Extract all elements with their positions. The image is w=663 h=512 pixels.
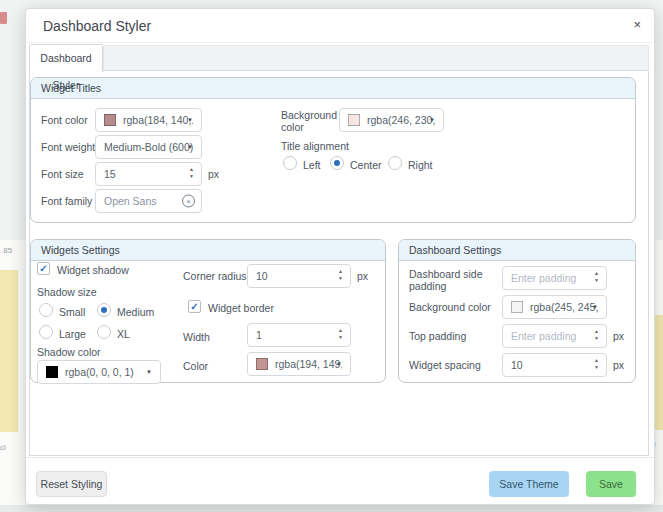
font-family-value: Open Sans xyxy=(104,195,157,207)
page-background-bottom xyxy=(0,505,663,512)
corner-radius-value: 10 xyxy=(256,270,268,282)
shadow-small-label: Small xyxy=(59,306,85,318)
step-up-icon[interactable]: ▲ xyxy=(592,270,601,277)
shadow-large-label: Large xyxy=(59,328,86,340)
dashboard-styler-dialog: Dashboard Styler × Dashboard Styler Widg… xyxy=(25,8,655,505)
corner-radius-input[interactable]: 10 ▲▼ xyxy=(247,264,351,288)
alignment-left-radio[interactable] xyxy=(283,156,297,170)
font-size-label: Font size xyxy=(41,168,84,180)
step-up-icon[interactable]: ▲ xyxy=(187,166,196,173)
save-theme-button[interactable]: Save Theme xyxy=(489,471,569,497)
alignment-left-label: Left xyxy=(303,159,321,171)
font-size-stepper[interactable]: ▲▼ xyxy=(187,166,196,180)
corner-radius-label: Corner radius xyxy=(183,270,247,282)
shadow-xl-label: XL xyxy=(117,328,130,340)
font-size-unit: px xyxy=(208,168,219,180)
font-weight-value: Medium-Bold (600) xyxy=(104,141,193,153)
alignment-center-radio[interactable] xyxy=(330,156,344,170)
save-button[interactable]: Save xyxy=(586,471,636,497)
dialog-title: Dashboard Styler xyxy=(43,18,151,34)
font-weight-label: Font weight xyxy=(41,141,95,153)
widget-spacing-input[interactable]: 10 ▲▼ xyxy=(502,353,607,377)
border-color-swatch xyxy=(256,358,268,370)
dialog-header: Dashboard Styler × xyxy=(26,9,654,43)
top-padding-stepper[interactable]: ▲▼ xyxy=(592,328,601,342)
tab-strip xyxy=(103,45,649,71)
top-padding-unit: px xyxy=(613,330,624,342)
top-padding-input[interactable]: Enter padding ▲▼ xyxy=(502,324,607,348)
corner-radius-unit: px xyxy=(357,270,368,282)
side-padding-label: Dashboard side padding xyxy=(409,268,489,292)
alignment-right-label: Right xyxy=(408,159,433,171)
background-color-swatch xyxy=(348,114,360,126)
widget-titles-header: Widget Titles xyxy=(31,78,635,99)
border-width-input[interactable]: 1 ▲▼ xyxy=(247,323,351,347)
clear-icon[interactable]: × xyxy=(182,195,195,208)
font-size-value: 15 xyxy=(104,168,116,180)
step-up-icon[interactable]: ▲ xyxy=(592,328,601,335)
widget-shadow-label: Widget shadow xyxy=(57,264,129,276)
font-size-input[interactable]: 15 ▲▼ xyxy=(95,162,202,186)
font-family-input[interactable]: Open Sans × xyxy=(95,189,202,213)
widget-shadow-checkbox[interactable]: ✓ xyxy=(37,262,50,275)
title-alignment-label: Title alignment xyxy=(281,140,349,152)
chevron-down-icon: ▼ xyxy=(187,144,193,150)
shadow-medium-label: Medium xyxy=(117,306,154,318)
alignment-right-radio[interactable] xyxy=(388,156,402,170)
widget-spacing-unit: px xyxy=(613,359,624,371)
tab-dashboard-styler[interactable]: Dashboard Styler xyxy=(29,44,103,72)
background-color-label: Background color xyxy=(281,109,341,133)
alignment-center-label: Center xyxy=(350,159,382,171)
step-down-icon[interactable]: ▼ xyxy=(592,277,601,284)
top-padding-placeholder: Enter padding xyxy=(511,330,576,342)
dashboard-bg-color-dropdown[interactable]: rgba(245, 245,... ▼ xyxy=(502,295,607,319)
shadow-small-radio[interactable] xyxy=(39,303,53,317)
widget-spacing-stepper[interactable]: ▲▼ xyxy=(592,357,601,371)
chevron-down-icon: ▼ xyxy=(187,117,193,123)
font-color-swatch xyxy=(104,114,116,126)
step-down-icon[interactable]: ▼ xyxy=(187,173,196,180)
step-down-icon[interactable]: ▼ xyxy=(592,335,601,342)
step-up-icon[interactable]: ▲ xyxy=(336,327,345,334)
step-up-icon[interactable]: ▲ xyxy=(336,268,345,275)
side-padding-stepper[interactable]: ▲▼ xyxy=(592,270,601,284)
backdrop-text-fragment: cl xyxy=(0,443,6,452)
border-width-stepper[interactable]: ▲▼ xyxy=(336,327,345,341)
dashboard-bg-color-swatch xyxy=(511,301,523,313)
border-width-label: Width xyxy=(183,331,210,343)
font-weight-dropdown[interactable]: Medium-Bold (600) ▼ xyxy=(95,135,202,159)
font-color-value: rgba(184, 140,... xyxy=(123,114,193,126)
dashboard-settings-header: Dashboard Settings xyxy=(399,240,635,261)
corner-radius-stepper[interactable]: ▲▼ xyxy=(336,268,345,282)
widget-spacing-value: 10 xyxy=(511,359,523,371)
step-up-icon[interactable]: ▲ xyxy=(592,357,601,364)
background-color-dropdown[interactable]: rgba(246, 230,... ▼ xyxy=(339,108,444,132)
widget-border-checkbox[interactable]: ✓ xyxy=(188,300,201,313)
backdrop-red-fragment xyxy=(0,12,7,24)
chevron-down-icon: ▼ xyxy=(146,369,152,375)
step-down-icon[interactable]: ▼ xyxy=(336,275,345,282)
widgets-settings-header: Widgets Settings xyxy=(31,240,385,261)
side-padding-input[interactable]: Enter padding ▲▼ xyxy=(502,266,607,290)
widget-border-label: Widget border xyxy=(208,302,274,314)
border-width-value: 1 xyxy=(256,329,262,341)
shadow-xl-radio[interactable] xyxy=(97,325,111,339)
border-color-value: rgba(194, 149,... xyxy=(275,358,342,370)
background-color-value: rgba(246, 230,... xyxy=(367,114,435,126)
border-color-dropdown[interactable]: rgba(194, 149,... ▼ xyxy=(247,352,351,376)
close-icon[interactable]: × xyxy=(633,17,641,32)
reset-styling-button[interactable]: Reset Styling xyxy=(36,471,107,497)
side-padding-placeholder: Enter padding xyxy=(511,272,576,284)
chevron-down-icon: ▼ xyxy=(429,117,435,123)
shadow-color-dropdown[interactable]: rgba(0, 0, 0, 1) ▼ xyxy=(37,360,161,384)
step-down-icon[interactable]: ▼ xyxy=(336,334,345,341)
shadow-large-radio[interactable] xyxy=(39,325,53,339)
font-family-label: Font family xyxy=(41,195,92,207)
step-down-icon[interactable]: ▼ xyxy=(592,364,601,371)
shadow-color-value: rgba(0, 0, 0, 1) xyxy=(65,366,134,378)
shadow-medium-radio[interactable] xyxy=(97,303,111,317)
font-color-dropdown[interactable]: rgba(184, 140,... ▼ xyxy=(95,108,202,132)
dashboard-bg-color-label: Background color xyxy=(409,301,491,313)
border-color-label: Color xyxy=(183,360,208,372)
dashboard-bg-color-value: rgba(245, 245,... xyxy=(530,301,598,313)
